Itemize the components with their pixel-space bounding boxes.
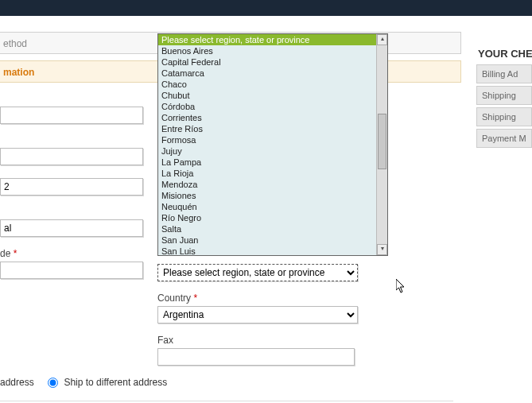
progress-step[interactable]: Billing Ad bbox=[476, 64, 532, 83]
text-field-4[interactable] bbox=[0, 219, 143, 237]
region-option[interactable]: Catamarca bbox=[158, 68, 378, 79]
region-option[interactable]: Capital Federal bbox=[158, 56, 378, 68]
region-dropdown-list[interactable]: Please select region, state or provinceB… bbox=[157, 33, 388, 256]
mouse-cursor-icon bbox=[396, 279, 407, 296]
text-field-2[interactable] bbox=[0, 148, 143, 165]
region-option[interactable]: Please select region, state or province bbox=[158, 34, 378, 45]
checkout-progress-sidebar: YOUR CHEC Billing AdShippingShippingPaym… bbox=[476, 32, 532, 150]
region-option[interactable]: Río Negro bbox=[158, 212, 378, 223]
region-option[interactable]: Misiones bbox=[158, 190, 378, 201]
scroll-thumb[interactable] bbox=[378, 114, 386, 169]
progress-title: YOUR CHEC bbox=[478, 48, 532, 60]
region-option[interactable]: San Luis bbox=[158, 246, 378, 256]
region-option[interactable]: Salta bbox=[158, 223, 378, 234]
region-option[interactable]: Jujuy bbox=[158, 145, 378, 157]
progress-step[interactable]: Shipping bbox=[476, 107, 532, 126]
ship-to-different-radio[interactable] bbox=[48, 378, 58, 388]
region-option[interactable]: Formosa bbox=[158, 134, 378, 145]
region-select[interactable]: Please select region, state or province bbox=[157, 264, 358, 281]
region-option[interactable]: Entre Ríos bbox=[158, 123, 378, 134]
top-nav-bar bbox=[0, 0, 532, 16]
fax-input[interactable] bbox=[157, 348, 355, 366]
scroll-down-button[interactable]: ▾ bbox=[377, 244, 387, 255]
ship-to-radios: address Ship to different address bbox=[0, 377, 178, 388]
region-option[interactable]: Córdoba bbox=[158, 101, 378, 112]
region-option[interactable]: La Pampa bbox=[158, 157, 378, 168]
divider bbox=[0, 401, 453, 401]
text-field-1[interactable] bbox=[0, 107, 143, 124]
zip-label: de * bbox=[0, 248, 151, 259]
text-field-3[interactable] bbox=[0, 178, 143, 196]
region-option[interactable]: San Juan bbox=[158, 234, 378, 246]
progress-step[interactable]: Shipping bbox=[476, 86, 532, 105]
ship-to-this-radio-label[interactable]: address bbox=[0, 377, 37, 388]
region-option[interactable]: La Rioja bbox=[158, 168, 378, 179]
scroll-up-button[interactable]: ▴ bbox=[377, 34, 387, 45]
form-left-column: de * bbox=[0, 91, 151, 290]
zip-input[interactable] bbox=[0, 262, 143, 279]
region-option[interactable]: Buenos Aires bbox=[158, 45, 378, 56]
ship-to-different-radio-label[interactable]: Ship to different address bbox=[48, 377, 167, 388]
region-option[interactable]: Chubut bbox=[158, 90, 378, 101]
region-option[interactable]: Corrientes bbox=[158, 112, 378, 123]
progress-step[interactable]: Payment M bbox=[476, 129, 532, 148]
country-select[interactable]: Argentina bbox=[157, 306, 358, 324]
dropdown-scrollbar[interactable]: ▴ ▾ bbox=[376, 34, 387, 255]
region-option[interactable]: Neuquén bbox=[158, 201, 378, 212]
fax-label: Fax bbox=[157, 335, 360, 346]
region-option[interactable]: Mendoza bbox=[158, 179, 378, 190]
country-label: Country * bbox=[157, 293, 360, 304]
region-option[interactable]: Chaco bbox=[158, 79, 378, 90]
